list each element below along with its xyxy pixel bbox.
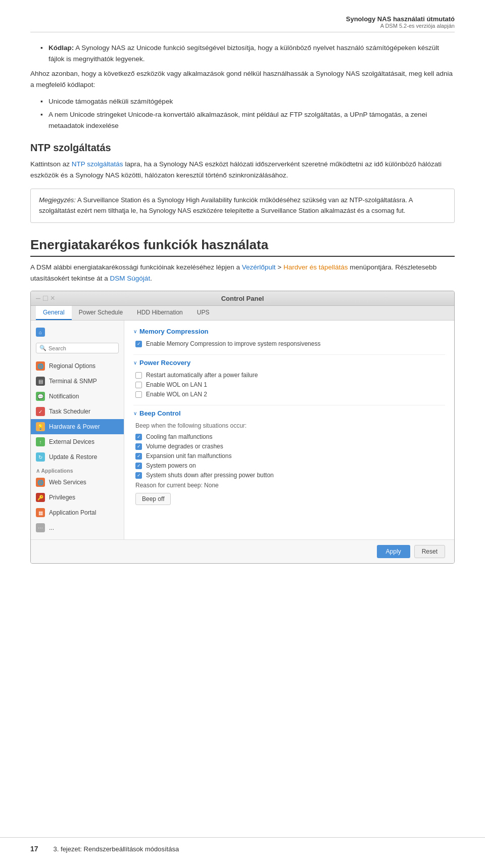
beep-control-header[interactable]: ∨ Beep Control [133,409,445,417]
beep-reason-text: Reason for current beep: None [135,482,445,489]
search-input[interactable] [48,345,115,351]
sidebar-item-privileges[interactable]: 🔑 Privileges [31,490,124,505]
wol-lan1-label: Enable WOL on LAN 1 [146,381,207,388]
sidebar-item-home[interactable]: ⌂ [31,325,124,340]
chevron-down-icon-2: ∨ [133,360,137,366]
divider-2 [133,405,445,405]
power-recovery-body: Restart automatically after a power fail… [133,372,445,398]
sidebar-item-hardware[interactable]: 💡 Hardware & Power [31,419,124,434]
beep-off-button[interactable]: Beep off [135,493,171,505]
kodlap-label: Kódlap: [48,44,74,52]
sidebar-label-hardware: Hardware & Power [49,423,100,430]
sidebar-item-regional[interactable]: 🌐 Regional Options [31,358,124,374]
sidebar-label-regional: Regional Options [49,362,95,370]
beep-control-title: Beep Control [139,409,181,417]
expansion-fan-checkbox[interactable]: ✓ [135,453,142,460]
checkbox-row-memory: ✓ Enable Memory Compression to improve s… [135,340,445,347]
chevron-down-icon-3: ∨ [133,410,137,416]
wol-lan2-label: Enable WOL on LAN 2 [146,391,207,398]
checkbox-row-wol1: Enable WOL on LAN 1 [135,381,445,388]
sidebar-label-more: ... [49,524,54,531]
cp-footer: Apply Reset [31,539,454,563]
wol-lan1-checkbox[interactable] [135,382,142,388]
tab-hdd-hibernation[interactable]: HDD Hibernation [130,306,190,320]
checkbox-row-cooling: ✓ Cooling fan malfunctions [135,433,445,440]
doc-title: Synology NAS használati útmutató [30,15,455,23]
update-icon: ↻ [36,452,45,462]
beep-control-section: ∨ Beep Control Beep when the following s… [133,409,445,505]
sidebar-item-external[interactable]: ↑ External Devices [31,434,124,449]
hardware-icon: 💡 [36,422,45,431]
cp-title: Control Panel [66,295,419,302]
enable-memory-label: Enable Memory Compression to improve sys… [146,340,320,347]
restart-power-label: Restart automatically after a power fail… [146,372,258,379]
ntp-text: Kattintson az NTP szolgáltatás lapra, ha… [30,159,455,180]
restart-power-checkbox[interactable] [135,372,142,379]
page-footer: 17 3. fejezet: Rendszerbeállítások módos… [0,837,485,853]
system-shutdown-checkbox[interactable]: ✓ [135,472,142,479]
expansion-fan-label: Expansion unit fan malfunctions [146,452,231,460]
apply-button[interactable]: Apply [377,545,410,558]
sidebar-item-more[interactable]: ⋯ ... [31,520,124,535]
tab-power-schedule[interactable]: Power Schedule [72,306,130,320]
dsm-help-link[interactable]: DSM Súgóját [110,275,151,282]
cp-close-icon[interactable]: × [51,294,55,303]
sidebar-label-external: External Devices [49,438,94,445]
energy-section: Energiatakarékos funkciók használata A D… [30,237,455,284]
wol-lan2-checkbox[interactable] [135,391,142,398]
volume-degrades-label: Volume degrades or crashes [146,443,223,450]
sidebar-item-notification[interactable]: 💬 Notification [31,389,124,404]
cp-main-content: ∨ Memory Compression ✓ Enable Memory Com… [124,321,454,539]
tab-ups[interactable]: UPS [190,306,217,320]
sidebar-label-update: Update & Restore [49,453,97,461]
webservices-icon: 🌐 [36,478,45,487]
sidebar-item-task[interactable]: ✓ Task Scheduler [31,404,124,419]
memory-compression-section: ∨ Memory Compression ✓ Enable Memory Com… [133,328,445,347]
regional-icon: 🌐 [36,361,45,371]
power-recovery-header[interactable]: ∨ Power Recovery [133,359,445,367]
bullet-kodlap: Kódlap: A Synology NAS az Unicode funkci… [40,42,455,64]
checkbox-row-volume: ✓ Volume degrades or crashes [135,443,445,450]
sidebar-item-update[interactable]: ↻ Update & Restore [31,449,124,465]
doc-subtitle: A DSM 5.2-es verziója alapján [30,23,455,29]
vezerlőpult-link[interactable]: Vezérlőpult [242,263,276,271]
sidebar-item-webservices[interactable]: 🌐 Web Services [31,475,124,490]
cp-minimize-icon[interactable]: – [36,294,40,303]
power-recovery-section: ∨ Power Recovery Restart automatically a… [133,359,445,398]
note-text: A Surveillance Station és a Synology Hig… [39,196,413,214]
sidebar-item-terminal[interactable]: ▤ Terminal & SNMP [31,374,124,389]
cp-maximize-icon[interactable]: □ [43,294,48,303]
energy-intro: A DSM alábbi energiatakarékossági funkci… [30,262,455,284]
chapter-text: 3. fejezet: Rendszerbeállítások módosítá… [54,845,179,853]
page-number: 17 [30,845,38,853]
bullet-unicode: Unicode támogatás nélküli számítógépek [40,96,455,107]
sidebar-search-box[interactable]: 🔍 [36,343,119,353]
tab-general[interactable]: General [36,306,72,320]
bullet-convert: A nem Unicode stringeket Unicode-ra konv… [40,109,455,131]
system-power-checkbox[interactable]: ✓ [135,463,142,469]
power-recovery-title: Power Recovery [139,359,190,367]
checkbox-row-system-on: ✓ System powers on [135,462,445,469]
intro-bullets: Kódlap: A Synology NAS az Unicode funkci… [40,42,455,64]
appportal-icon: ▦ [36,508,45,517]
hardver-link[interactable]: Hardver és tápellátás [283,263,348,271]
external-icon: ↑ [36,437,45,446]
cooling-fan-checkbox[interactable]: ✓ [135,434,142,440]
sidebar-item-appportal[interactable]: ▦ Application Portal [31,505,124,520]
checkbox-row-shutdown: ✓ System shuts down after pressing power… [135,472,445,479]
cp-sidebar: ⌂ 🔍 🌐 Regional Options ▤ Terminal & SNMP [31,321,124,539]
reset-button[interactable]: Reset [414,545,445,558]
sidebar-label-notification: Notification [49,393,79,400]
energy-heading: Energiatakarékos funkciók használata [30,237,455,257]
kodlap-text: A Synology NAS az Unicode funkció segíts… [48,44,439,63]
volume-degrades-checkbox[interactable]: ✓ [135,443,142,450]
divider-1 [133,354,445,355]
checkbox-row-power-fail: Restart automatically after a power fail… [135,372,445,379]
memory-compression-title: Memory Compression [139,328,209,335]
enable-memory-checkbox[interactable]: ✓ [135,341,142,347]
terminal-icon: ▤ [36,377,45,386]
memory-compression-header[interactable]: ∨ Memory Compression [133,328,445,335]
privileges-icon: 🔑 [36,493,45,502]
sub-bullets: Unicode támogatás nélküli számítógépek A… [40,96,455,131]
ntp-link[interactable]: NTP szolgáltatás [72,160,123,168]
